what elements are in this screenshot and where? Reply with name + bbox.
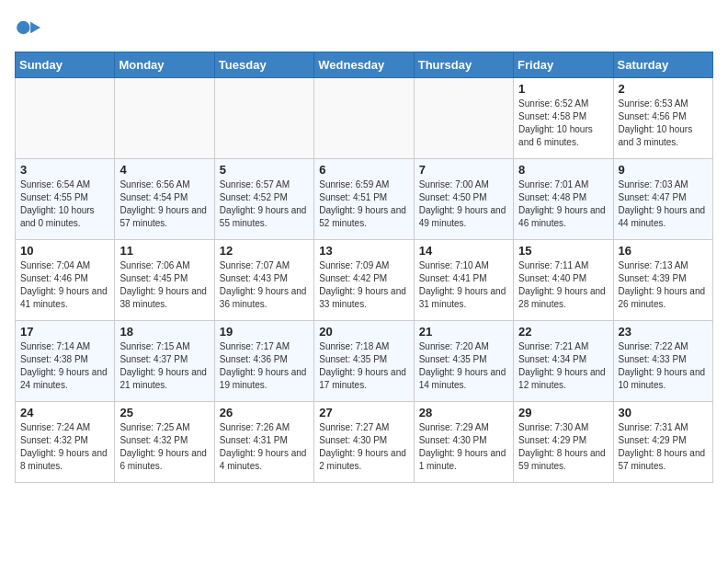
weekday-label: Tuesday — [214, 52, 313, 78]
day-info: Sunrise: 7:15 AM Sunset: 4:37 PM Dayligh… — [119, 340, 209, 392]
calendar-day-cell — [214, 78, 313, 159]
calendar-day-cell: 14Sunrise: 7:10 AM Sunset: 4:41 PM Dayli… — [414, 240, 513, 321]
calendar-day-cell: 12Sunrise: 7:07 AM Sunset: 4:43 PM Dayli… — [214, 240, 313, 321]
day-number: 5 — [220, 163, 309, 177]
day-info: Sunrise: 7:22 AM Sunset: 4:33 PM Dayligh… — [619, 340, 708, 392]
calendar-day-cell — [414, 78, 513, 159]
day-number: 21 — [419, 325, 508, 339]
calendar-day-cell: 1Sunrise: 6:52 AM Sunset: 4:58 PM Daylig… — [514, 78, 613, 159]
day-number: 25 — [119, 406, 209, 419]
day-number: 26 — [220, 406, 309, 419]
weekday-label: Monday — [115, 52, 214, 78]
calendar-day-cell: 25Sunrise: 7:25 AM Sunset: 4:32 PM Dayli… — [115, 402, 214, 483]
day-number: 1 — [518, 82, 608, 96]
calendar-day-cell — [16, 78, 115, 159]
day-number: 22 — [518, 325, 608, 339]
calendar-week-row: 24Sunrise: 7:24 AM Sunset: 4:32 PM Dayli… — [16, 402, 713, 483]
day-number: 19 — [220, 325, 309, 339]
calendar-week-row: 10Sunrise: 7:04 AM Sunset: 4:46 PM Dayli… — [16, 240, 713, 321]
day-info: Sunrise: 7:06 AM Sunset: 4:45 PM Dayligh… — [119, 259, 209, 311]
day-info: Sunrise: 6:53 AM Sunset: 4:56 PM Dayligh… — [619, 98, 708, 149]
day-info: Sunrise: 7:13 AM Sunset: 4:39 PM Dayligh… — [619, 259, 708, 311]
day-info: Sunrise: 7:04 AM Sunset: 4:46 PM Dayligh… — [20, 259, 109, 311]
day-number: 9 — [619, 163, 708, 177]
day-number: 8 — [518, 163, 608, 177]
day-number: 11 — [119, 244, 209, 258]
day-info: Sunrise: 6:56 AM Sunset: 4:54 PM Dayligh… — [119, 178, 209, 230]
svg-marker-2 — [30, 22, 40, 33]
calendar-day-cell: 27Sunrise: 7:27 AM Sunset: 4:30 PM Dayli… — [314, 402, 414, 483]
calendar-day-cell: 28Sunrise: 7:29 AM Sunset: 4:30 PM Dayli… — [414, 402, 513, 483]
day-number: 13 — [319, 244, 408, 258]
day-info: Sunrise: 7:11 AM Sunset: 4:40 PM Dayligh… — [518, 259, 608, 311]
day-info: Sunrise: 7:25 AM Sunset: 4:32 PM Dayligh… — [119, 421, 209, 473]
calendar-day-cell: 9Sunrise: 7:03 AM Sunset: 4:47 PM Daylig… — [613, 159, 712, 240]
calendar-day-cell: 10Sunrise: 7:04 AM Sunset: 4:46 PM Dayli… — [16, 240, 115, 321]
day-number: 2 — [619, 82, 708, 96]
day-info: Sunrise: 7:18 AM Sunset: 4:35 PM Dayligh… — [319, 340, 408, 392]
calendar-day-cell: 17Sunrise: 7:14 AM Sunset: 4:38 PM Dayli… — [16, 321, 115, 402]
day-number: 4 — [119, 163, 209, 177]
day-info: Sunrise: 6:54 AM Sunset: 4:55 PM Dayligh… — [20, 178, 109, 230]
weekday-label: Wednesday — [314, 52, 414, 78]
calendar-day-cell: 16Sunrise: 7:13 AM Sunset: 4:39 PM Dayli… — [613, 240, 712, 321]
day-number: 3 — [20, 163, 109, 177]
calendar-day-cell: 11Sunrise: 7:06 AM Sunset: 4:45 PM Dayli… — [115, 240, 214, 321]
calendar-day-cell: 2Sunrise: 6:53 AM Sunset: 4:56 PM Daylig… — [613, 78, 712, 159]
calendar-day-cell — [314, 78, 414, 159]
day-info: Sunrise: 7:09 AM Sunset: 4:42 PM Dayligh… — [319, 259, 408, 311]
calendar-day-cell: 29Sunrise: 7:30 AM Sunset: 4:29 PM Dayli… — [514, 402, 613, 483]
calendar-week-row: 17Sunrise: 7:14 AM Sunset: 4:38 PM Dayli… — [16, 321, 713, 402]
day-info: Sunrise: 7:31 AM Sunset: 4:29 PM Dayligh… — [619, 421, 708, 473]
calendar-day-cell: 19Sunrise: 7:17 AM Sunset: 4:36 PM Dayli… — [214, 321, 313, 402]
day-number: 18 — [119, 325, 209, 339]
day-info: Sunrise: 7:27 AM Sunset: 4:30 PM Dayligh… — [319, 421, 408, 473]
calendar-day-cell: 4Sunrise: 6:56 AM Sunset: 4:54 PM Daylig… — [115, 159, 214, 240]
day-info: Sunrise: 7:03 AM Sunset: 4:47 PM Dayligh… — [619, 178, 708, 230]
day-info: Sunrise: 7:17 AM Sunset: 4:36 PM Dayligh… — [220, 340, 309, 392]
calendar-day-cell: 23Sunrise: 7:22 AM Sunset: 4:33 PM Dayli… — [613, 321, 712, 402]
day-number: 30 — [619, 406, 708, 419]
day-info: Sunrise: 7:30 AM Sunset: 4:29 PM Dayligh… — [518, 421, 608, 473]
calendar-day-cell: 22Sunrise: 7:21 AM Sunset: 4:34 PM Dayli… — [514, 321, 613, 402]
calendar-day-cell: 20Sunrise: 7:18 AM Sunset: 4:35 PM Dayli… — [314, 321, 414, 402]
calendar-week-row: 1Sunrise: 6:52 AM Sunset: 4:58 PM Daylig… — [16, 78, 713, 159]
logo — [15, 15, 44, 40]
day-number: 29 — [518, 406, 608, 419]
weekday-label: Sunday — [16, 52, 115, 78]
day-number: 7 — [419, 163, 508, 177]
day-number: 10 — [20, 244, 109, 258]
day-number: 15 — [518, 244, 608, 258]
day-number: 20 — [319, 325, 408, 339]
day-number: 12 — [220, 244, 309, 258]
day-info: Sunrise: 6:59 AM Sunset: 4:51 PM Dayligh… — [319, 178, 408, 230]
calendar-day-cell — [115, 78, 214, 159]
weekday-label: Saturday — [613, 52, 712, 78]
calendar-day-cell: 8Sunrise: 7:01 AM Sunset: 4:48 PM Daylig… — [514, 159, 613, 240]
day-number: 17 — [20, 325, 109, 339]
day-info: Sunrise: 7:29 AM Sunset: 4:30 PM Dayligh… — [419, 421, 508, 473]
calendar-day-cell: 30Sunrise: 7:31 AM Sunset: 4:29 PM Dayli… — [613, 402, 712, 483]
day-info: Sunrise: 7:10 AM Sunset: 4:41 PM Dayligh… — [419, 259, 508, 311]
day-info: Sunrise: 6:57 AM Sunset: 4:52 PM Dayligh… — [220, 178, 309, 230]
day-info: Sunrise: 7:20 AM Sunset: 4:35 PM Dayligh… — [419, 340, 508, 392]
day-info: Sunrise: 6:52 AM Sunset: 4:58 PM Dayligh… — [518, 98, 608, 149]
calendar-day-cell: 3Sunrise: 6:54 AM Sunset: 4:55 PM Daylig… — [16, 159, 115, 240]
weekday-label: Thursday — [414, 52, 513, 78]
calendar-day-cell: 6Sunrise: 6:59 AM Sunset: 4:51 PM Daylig… — [314, 159, 414, 240]
calendar-day-cell: 21Sunrise: 7:20 AM Sunset: 4:35 PM Dayli… — [414, 321, 513, 402]
logo-icon — [15, 15, 40, 40]
day-number: 6 — [319, 163, 408, 177]
calendar-day-cell: 18Sunrise: 7:15 AM Sunset: 4:37 PM Dayli… — [115, 321, 214, 402]
day-info: Sunrise: 7:07 AM Sunset: 4:43 PM Dayligh… — [220, 259, 309, 311]
calendar-day-cell: 15Sunrise: 7:11 AM Sunset: 4:40 PM Dayli… — [514, 240, 613, 321]
day-info: Sunrise: 7:26 AM Sunset: 4:31 PM Dayligh… — [220, 421, 309, 473]
day-number: 14 — [419, 244, 508, 258]
day-info: Sunrise: 7:00 AM Sunset: 4:50 PM Dayligh… — [419, 178, 508, 230]
calendar-day-cell: 13Sunrise: 7:09 AM Sunset: 4:42 PM Dayli… — [314, 240, 414, 321]
day-number: 16 — [619, 244, 708, 258]
day-number: 23 — [619, 325, 708, 339]
weekday-label: Friday — [514, 52, 613, 78]
calendar-table: SundayMondayTuesdayWednesdayThursdayFrid… — [15, 52, 713, 483]
day-number: 24 — [20, 406, 109, 419]
